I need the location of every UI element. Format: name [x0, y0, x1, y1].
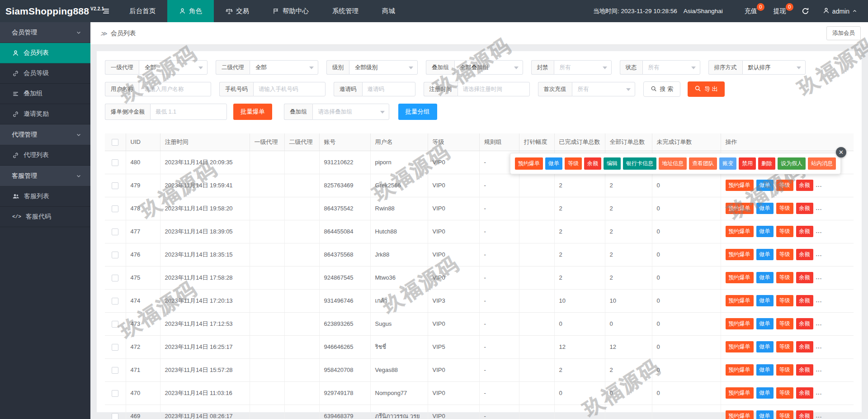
phone-input[interactable] — [253, 82, 326, 96]
action-reserve-burst[interactable]: 预约爆单 — [726, 410, 754, 419]
row-checkbox[interactable] — [112, 275, 118, 281]
row-checkbox[interactable] — [112, 205, 118, 212]
action-make-order[interactable]: 做单 — [756, 341, 774, 352]
action-make-order[interactable]: 做单 — [756, 272, 774, 283]
action-account-change[interactable]: 账变 — [719, 157, 736, 170]
row-checkbox[interactable] — [112, 252, 118, 258]
sidebar-item-agent-list[interactable]: 代理列表 — [0, 145, 90, 166]
more-actions-button[interactable]: ... — [816, 251, 822, 257]
row-checkbox[interactable] — [112, 413, 118, 419]
action-level[interactable]: 等级 — [565, 157, 582, 170]
username-input[interactable] — [139, 82, 211, 96]
action-reserve-burst[interactable]: 预约爆单 — [726, 249, 754, 260]
action-reserve-burst[interactable]: 预约爆单 — [726, 203, 754, 214]
ban-select[interactable]: 所有 — [554, 60, 612, 75]
action-level[interactable]: 等级 — [776, 387, 793, 399]
action-level[interactable]: 等级 — [776, 295, 793, 306]
action-reserve-burst[interactable]: 预约爆单 — [726, 295, 754, 306]
action-level[interactable]: 等级 — [776, 410, 793, 419]
action-level[interactable]: 等级 — [776, 249, 793, 260]
more-actions-button[interactable]: ... — [816, 412, 822, 419]
action-level[interactable]: 等级 — [776, 226, 793, 237]
more-actions-button[interactable]: ... — [816, 297, 822, 304]
action-make-order[interactable]: 做单 — [545, 157, 562, 170]
row-checkbox[interactable] — [112, 321, 118, 328]
stack-group-select[interactable]: 全部叠加组 — [454, 60, 523, 75]
recharge-link[interactable]: 充值 0 — [736, 7, 765, 15]
action-balance[interactable]: 余额 — [796, 226, 813, 237]
more-actions-button[interactable]: ... — [816, 320, 822, 327]
sidebar-item-member-list[interactable]: 会员列表 — [0, 43, 90, 63]
action-balance[interactable]: 余额 — [796, 272, 813, 283]
sort-select[interactable]: 默认排序 — [742, 60, 806, 75]
action-reserve-burst[interactable]: 预约爆单 — [726, 226, 754, 237]
user-menu[interactable]: admin — [816, 7, 860, 15]
action-disable[interactable]: 禁用 — [739, 157, 756, 170]
first-recharge-select[interactable]: 所有 — [572, 82, 635, 96]
action-reserve-burst[interactable]: 预约爆单 — [726, 364, 754, 376]
action-balance[interactable]: 余额 — [796, 364, 813, 376]
status-select[interactable]: 所有 — [642, 60, 700, 75]
action-level[interactable]: 等级 — [776, 272, 793, 283]
search-button[interactable]: 搜 索 — [643, 81, 681, 97]
action-balance[interactable]: 余额 — [796, 341, 813, 352]
action-site-message[interactable]: 站内消息 — [808, 157, 836, 170]
nav-trade[interactable]: 交易 — [214, 0, 261, 22]
action-bank-card-info[interactable]: 银行卡信息 — [623, 157, 656, 170]
more-actions-button[interactable]: ... — [816, 205, 822, 211]
action-delete[interactable]: 删除 — [758, 157, 775, 170]
agent1-select[interactable]: 全部 — [139, 60, 208, 75]
action-make-order[interactable]: 做单 — [756, 410, 774, 419]
action-make-order[interactable]: 做单 — [756, 364, 774, 376]
action-reserve-burst[interactable]: 预约爆单 — [726, 180, 754, 191]
action-make-order[interactable]: 做单 — [756, 387, 774, 399]
sidebar-item-member-level[interactable]: 会员等级 — [0, 63, 90, 84]
select-all-checkbox[interactable] — [112, 139, 118, 146]
batch-burst-button[interactable]: 批量爆单 — [233, 104, 272, 120]
more-actions-button[interactable]: ... — [816, 181, 822, 188]
sidebar-item-stack-group[interactable]: 叠加组 — [0, 84, 90, 104]
group-agent-mgmt[interactable]: 代理管理 — [0, 124, 90, 145]
row-checkbox[interactable] — [112, 229, 118, 235]
action-level[interactable]: 等级 — [776, 341, 793, 352]
action-level[interactable]: 等级 — [776, 318, 793, 329]
row-checkbox[interactable] — [112, 390, 118, 397]
row-checkbox[interactable] — [112, 344, 118, 351]
nav-mall[interactable]: 商城 — [370, 0, 407, 22]
action-reserve-burst[interactable]: 预约爆单 — [515, 157, 543, 170]
action-make-order[interactable]: 做单 — [756, 180, 774, 191]
row-checkbox[interactable] — [112, 298, 118, 305]
nav-help-center[interactable]: 帮助中心 — [261, 0, 321, 22]
action-balance[interactable]: 余额 — [796, 410, 813, 419]
action-reserve-burst[interactable]: 预约爆单 — [726, 341, 754, 352]
action-balance[interactable]: 余额 — [796, 203, 813, 214]
more-actions-button[interactable]: ... — [816, 343, 822, 350]
action-make-order[interactable]: 做单 — [756, 249, 774, 260]
action-reserve-burst[interactable]: 预约爆单 — [726, 318, 754, 329]
action-make-order[interactable]: 做单 — [756, 203, 774, 214]
close-icon[interactable]: ✕ — [836, 147, 846, 157]
batch-stack-group-select[interactable]: 请选择叠加组 — [312, 104, 389, 120]
sidebar-item-service-list[interactable]: 客服列表 — [0, 186, 90, 207]
group-member-mgmt[interactable]: 会员管理 — [0, 22, 90, 43]
action-make-order[interactable]: 做单 — [756, 226, 774, 237]
agent2-select[interactable]: 全部 — [250, 60, 318, 75]
withdraw-link[interactable]: 提现 0 — [765, 7, 794, 15]
action-level[interactable]: 等级 — [776, 180, 793, 191]
more-actions-button[interactable]: ... — [816, 366, 822, 373]
action-balance[interactable]: 余额 — [796, 387, 813, 399]
sidebar-item-service-code[interactable]: </>客服代码 — [0, 207, 90, 227]
level-select[interactable]: 全部级别 — [349, 60, 418, 75]
nav-home[interactable]: 后台首页 — [118, 0, 167, 22]
row-checkbox[interactable] — [112, 182, 118, 189]
batch-group-button[interactable]: 批量分组 — [398, 104, 437, 120]
export-button[interactable]: 导 出 — [688, 81, 725, 97]
add-member-button[interactable]: 添加会员 — [826, 26, 861, 40]
group-service-mgmt[interactable]: 客服管理 — [0, 166, 90, 186]
action-reserve-burst[interactable]: 预约爆单 — [726, 387, 754, 399]
action-balance[interactable]: 余额 — [584, 157, 601, 170]
action-edit[interactable]: 编辑 — [604, 157, 621, 170]
more-actions-button[interactable]: ... — [816, 228, 822, 234]
action-level[interactable]: 等级 — [776, 364, 793, 376]
action-make-order[interactable]: 做单 — [756, 295, 774, 306]
